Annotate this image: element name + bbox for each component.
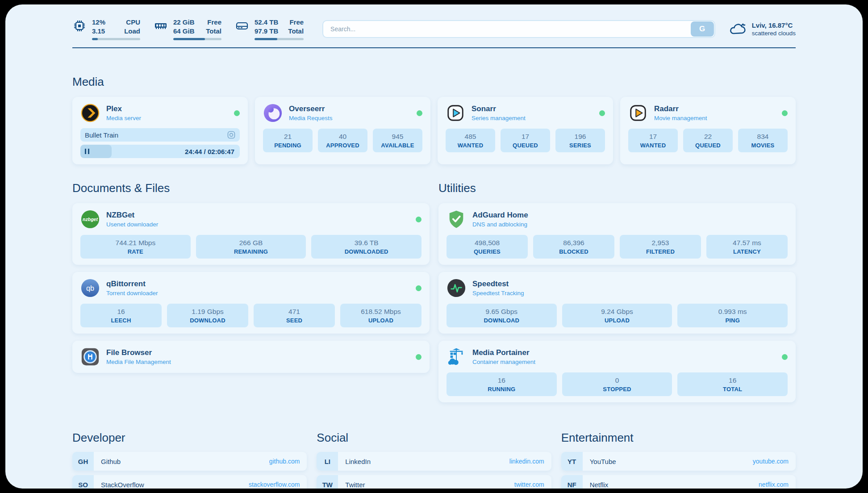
stat-tile: 196 SERIES	[555, 129, 605, 152]
link-abbr-badge: LI	[317, 452, 338, 471]
section-title-social: Social	[317, 431, 551, 445]
stat-value: 744.21 Mbps	[83, 239, 188, 247]
search-input[interactable]	[322, 20, 715, 38]
stat-label: REMAINING	[199, 248, 304, 255]
plex-icon	[80, 103, 100, 123]
card-sonarr[interactable]: Sonarr Series management 485 WANTED 17 Q…	[438, 97, 613, 164]
card-subtitle: Usenet downloader	[106, 221, 158, 228]
section-entertainment: Entertainment YT YouTube youtube.com NF …	[561, 431, 796, 489]
cpu-progress-fill	[92, 38, 98, 40]
speedtest-icon	[447, 278, 466, 298]
section-title-media: Media	[72, 75, 796, 89]
stat-tile: 16 TOTAL	[677, 372, 788, 396]
link-github[interactable]: GH Github github.com	[72, 452, 307, 471]
stat-value: 21	[266, 133, 310, 141]
card-title: Radarr	[654, 104, 707, 113]
stat-label: APPROVED	[321, 142, 365, 149]
top-bar: 12% 3.15 CPU Load	[72, 18, 796, 40]
cpu-stat: 12% 3.15 CPU Load	[72, 18, 140, 40]
card-subtitle: Container management	[472, 359, 535, 365]
stat-value: 266 GB	[199, 239, 304, 247]
disk-progress-track	[255, 38, 304, 40]
link-stackoverflow[interactable]: SO StackOverflow stackoverflow.com	[72, 475, 307, 489]
cpu-icon	[72, 19, 87, 33]
stat-tile: 22 QUEUED	[683, 129, 733, 152]
cpu-usage-label: CPU	[124, 18, 140, 27]
link-abbr-badge: YT	[561, 452, 583, 471]
section-utilities: Utilities AdGuard Home DNS and adblockin…	[438, 181, 796, 402]
stat-tile: 16 LEECH	[80, 304, 162, 327]
link-linkedin[interactable]: LI LinkedIn linkedin.com	[317, 452, 551, 471]
stat-label: DOWNLOAD	[449, 317, 554, 324]
section-title-documents: Documents & Files	[72, 181, 430, 195]
stat-label: FILTERED	[622, 248, 698, 255]
stat-tile: 86,396 BLOCKED	[533, 235, 614, 259]
stat-label: QUEUED	[686, 142, 730, 149]
pause-icon[interactable]	[85, 149, 89, 154]
link-url: github.com	[269, 458, 300, 465]
stat-tile: 39.6 TB DOWNLOADED	[311, 235, 421, 259]
playback-progress-bar[interactable]: 24:44 / 02:06:47	[80, 145, 240, 158]
stat-tile: 0 STOPPED	[562, 372, 672, 396]
stat-value: 2,953	[622, 239, 698, 247]
link-twitter[interactable]: TW Twitter twitter.com	[317, 475, 551, 489]
section-social: Social LI LinkedIn linkedin.com TW Twitt…	[317, 431, 551, 489]
card-adguard[interactable]: AdGuard Home DNS and adblocking 498,508 …	[438, 203, 796, 265]
card-plex[interactable]: Plex Media server Bullet Train	[72, 97, 248, 164]
link-name: Netflix	[590, 481, 609, 489]
disk-free-label: Free	[288, 18, 304, 27]
stat-value: 39.6 TB	[314, 239, 419, 247]
svg-text:qb: qb	[86, 284, 94, 292]
card-subtitle: Series management	[472, 115, 526, 121]
card-radarr[interactable]: Radarr Movie management 17 WANTED 22 QUE…	[620, 97, 796, 164]
stat-tile: 2,953 FILTERED	[620, 235, 701, 259]
now-playing-title: Bullet Train	[85, 131, 118, 139]
card-subtitle: Media server	[106, 115, 141, 121]
card-overseerr[interactable]: Overseerr Media Requests 21 PENDING 40 A…	[255, 97, 430, 164]
cloud-icon	[729, 21, 747, 37]
stat-label: WANTED	[448, 142, 492, 149]
card-title: Sonarr	[472, 104, 526, 113]
stat-label: DOWNLOAD	[170, 317, 246, 324]
radarr-icon	[628, 103, 648, 123]
card-subtitle: Media File Management	[106, 359, 171, 365]
disk-progress-fill	[255, 38, 277, 40]
stat-value: 16	[449, 376, 554, 384]
link-url: youtube.com	[753, 458, 789, 465]
card-subtitle: Speedtest Tracking	[472, 290, 524, 297]
link-netflix[interactable]: NF Netflix netflix.com	[561, 475, 796, 489]
nzbget-icon: nzbget	[80, 209, 100, 229]
media-disc-icon[interactable]	[227, 131, 235, 139]
stat-value: 17	[503, 133, 547, 141]
stat-label: WANTED	[631, 142, 675, 149]
stat-value: 9.24 Gbps	[565, 308, 670, 316]
stat-tile: 9.24 Gbps UPLOAD	[562, 304, 672, 327]
disk-total-label: Total	[288, 27, 304, 36]
stat-label: LATENCY	[709, 248, 785, 255]
stat-label: QUEUED	[503, 142, 547, 149]
qbittorrent-icon: qb	[80, 278, 100, 298]
link-youtube[interactable]: YT YouTube youtube.com	[561, 452, 796, 471]
stat-tile: 1.19 Gbps DOWNLOAD	[167, 304, 248, 327]
search-provider-button[interactable]: G	[691, 21, 714, 37]
cpu-usage-value: 12%	[92, 18, 105, 27]
card-title: AdGuard Home	[472, 211, 528, 220]
card-filebrowser[interactable]: File Browser Media File Management	[72, 341, 430, 373]
card-portainer[interactable]: Media Portainer Container management 16 …	[438, 341, 796, 402]
playback-time: 24:44 / 02:06:47	[185, 145, 234, 158]
status-dot	[782, 354, 788, 360]
card-nzbget[interactable]: nzbget NZBGet Usenet downloader 744.21 M…	[72, 203, 430, 265]
stat-value: 618.52 Mbps	[343, 308, 419, 316]
card-speedtest[interactable]: Speedtest Speedtest Tracking 9.65 Gbps D…	[438, 272, 796, 334]
link-abbr-badge: GH	[72, 452, 94, 471]
status-dot	[416, 217, 421, 222]
card-subtitle: DNS and adblocking	[472, 221, 528, 228]
adguard-icon	[447, 209, 466, 229]
card-qbittorrent[interactable]: qb qBittorrent Torrent downloader 16 LEE…	[72, 272, 430, 334]
stat-value: 196	[558, 133, 602, 141]
disk-stat: 52.4 TB 97.9 TB Free Total	[235, 18, 304, 40]
status-dot	[416, 285, 421, 291]
overseerr-icon	[263, 103, 283, 123]
stat-label: UPLOAD	[343, 317, 419, 324]
link-name: LinkedIn	[345, 458, 371, 465]
